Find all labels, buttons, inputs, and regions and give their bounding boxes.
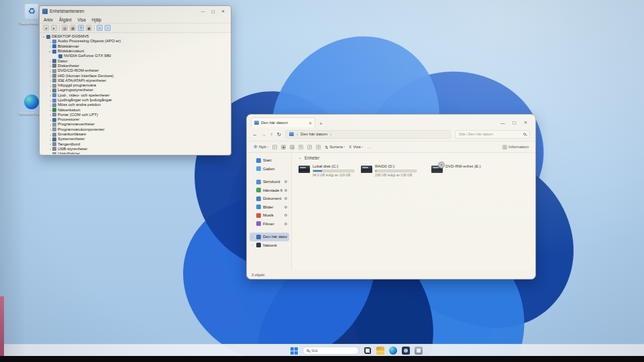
list-view-icon[interactable]: ▤ xyxy=(62,25,68,31)
back-icon[interactable]: ◂ xyxy=(43,25,49,31)
dm-tree-label: Utskriftsköer xyxy=(58,152,80,154)
search-icon xyxy=(523,133,526,135)
dm-tree-item[interactable]: ›Ljud-, video- och spelenheter xyxy=(40,93,230,98)
dm-tree-item[interactable]: ›Audio Processing Objects (APO:er) xyxy=(40,39,230,44)
dm-tree-label: Programvarukomponenter xyxy=(58,127,105,132)
dm-tree-item[interactable]: ›Diskenheter xyxy=(40,64,230,68)
fx-minimize-button[interactable]: — xyxy=(497,118,508,127)
details-pane-button[interactable]: ▥ Information xyxy=(502,145,529,149)
taskbar-search[interactable]: Sök xyxy=(303,347,359,355)
sidebar-item-musik[interactable]: Musik xyxy=(250,211,289,220)
dm-tree-item[interactable]: ›Systemenheter xyxy=(40,137,230,141)
sort-button[interactable]: ⇅ Sortera › xyxy=(325,145,345,149)
dm-minimize-button[interactable]: — xyxy=(198,7,208,15)
sidebar-item-start[interactable]: Start xyxy=(250,156,289,165)
back-icon[interactable]: ← xyxy=(252,131,258,137)
paste-icon[interactable]: ▤ xyxy=(290,145,294,149)
tree-expand-icon[interactable]: › xyxy=(42,35,46,39)
sidebar-item-dokument[interactable]: Dokument xyxy=(250,194,289,203)
search-input[interactable]: Sök i Den här datorn xyxy=(455,130,530,139)
app-button[interactable] xyxy=(415,347,423,355)
sidebar-item-filmer[interactable]: Filmer xyxy=(250,220,289,229)
drive-tile-raid0-d-[interactable]: RAID0 (D:)238 GB ledigt av 238 GB xyxy=(361,164,417,177)
properties-icon[interactable]: ▦ xyxy=(70,25,76,31)
dm-tree-item[interactable]: NVIDIA GeForce GTX 980 xyxy=(40,54,230,58)
sidebar-item-bilder[interactable]: Bilder xyxy=(250,203,289,212)
rename-icon[interactable]: ✎ xyxy=(299,145,303,149)
task-view-button[interactable] xyxy=(364,347,372,355)
computer-icon xyxy=(52,59,56,63)
devices-section-header[interactable]: › Enheter xyxy=(299,156,319,160)
drive-tile-dvd-rw-enhet-e-[interactable]: DVD-RW-enhet (E:) xyxy=(431,164,481,173)
breadcrumb[interactable]: › Den här datorn › xyxy=(285,130,451,139)
dm-tree-item[interactable]: ›DVD/CD-ROM-enheter xyxy=(40,68,230,73)
dm-tree-item[interactable]: ›Bildskärmskort xyxy=(40,49,230,54)
sidebar-item-hämtade-filer[interactable]: Hämtade filer xyxy=(250,186,289,195)
dm-menu-åtgärd[interactable]: Åtgärd xyxy=(59,17,72,22)
dm-tree-item[interactable]: ›Nätverkskort xyxy=(40,107,230,112)
dm-tree-item[interactable]: ›Utskriftsköer xyxy=(40,152,230,154)
scan-hardware-icon[interactable]: ▣ xyxy=(86,25,92,31)
dm-close-button[interactable]: ✕ xyxy=(218,7,228,15)
drive-tile-lokal-disk-c-[interactable]: Lokal disk (C:)94,0 GB ledigt av 119 GB xyxy=(299,164,354,177)
forward-icon[interactable]: ▸ xyxy=(51,25,57,31)
dm-tree-item[interactable]: ›Möss och andra pekdon xyxy=(40,103,230,107)
sidebar-item-nätverk[interactable]: ›Nätverk xyxy=(250,241,289,250)
dm-menu-arkiv[interactable]: Arkiv xyxy=(44,17,53,22)
new-tab-button[interactable]: + xyxy=(319,121,323,127)
computer-icon xyxy=(46,35,50,39)
view-button[interactable]: ≡ Visa › xyxy=(350,145,364,149)
device-icon[interactable]: ▫ xyxy=(105,25,111,31)
sidebar-item-label: Skrivbord xyxy=(263,180,282,184)
fx-maximize-button[interactable]: ▢ xyxy=(508,118,520,127)
dm-tree-item[interactable]: ›Tangentbord xyxy=(40,142,230,147)
tab-close-icon[interactable]: ✕ xyxy=(309,121,312,125)
dm-tree-item[interactable]: ›Dator xyxy=(40,58,230,63)
sidebar-item-galleri[interactable]: Galleri xyxy=(250,165,289,174)
dm-tree-item[interactable]: ›Programvaruenheter xyxy=(40,122,230,127)
copy-icon[interactable]: ▣ xyxy=(281,145,286,149)
camera-button[interactable] xyxy=(402,347,410,355)
dm-menu-visa[interactable]: Visa xyxy=(78,17,86,22)
tree-expand-icon[interactable]: › xyxy=(48,50,52,54)
dm-tree-item[interactable]: ›IDE ATA/ATAPI-styrenheter xyxy=(40,78,230,83)
more-button[interactable]: … xyxy=(367,145,371,149)
dm-tree-label: USB-styrenheter xyxy=(58,147,87,152)
dm-titlebar[interactable]: Enhetshanteraren — ▢ ✕ xyxy=(40,6,231,16)
dm-tree-item[interactable]: ›DESKTOP-DG5MV5 xyxy=(40,34,230,39)
delete-icon[interactable]: ✕ xyxy=(316,145,321,149)
dm-tree-item[interactable]: ›Ljudingångar och ljudutgångar xyxy=(40,98,230,103)
cut-icon[interactable]: ✂ xyxy=(272,145,277,149)
device-manager-icon xyxy=(42,9,48,14)
dm-menu-hjälp[interactable]: Hjälp xyxy=(92,17,101,22)
new-button[interactable]: ⊕ Nytt › xyxy=(254,144,268,149)
tab-this-pc[interactable]: Den här datorn ✕ xyxy=(251,117,315,127)
dm-maximize-button[interactable]: ▢ xyxy=(208,7,218,15)
hid-icon xyxy=(52,74,56,78)
start-button[interactable] xyxy=(290,347,298,355)
help-icon[interactable]: ? xyxy=(78,25,84,31)
dm-tree-item[interactable]: ›Bildskärmar xyxy=(40,44,230,49)
edge-button[interactable] xyxy=(389,347,397,355)
this-pc-icon xyxy=(256,235,261,239)
dm-tree-item[interactable]: ›Programvarukomponenter xyxy=(40,127,230,132)
refresh-icon[interactable]: ↻ xyxy=(277,131,281,137)
dm-tree-item[interactable]: ›Processorer xyxy=(40,117,230,122)
dm-tree-item[interactable]: ›Portar (COM och LPT) xyxy=(40,113,230,117)
disk-drive-icon xyxy=(52,64,56,68)
up-icon[interactable]: ↑ xyxy=(270,131,273,137)
dm-tree-item[interactable]: ›USB-styrenheter xyxy=(40,147,230,152)
pictures-folder-icon xyxy=(256,204,261,209)
fx-close-button[interactable]: ✕ xyxy=(520,118,531,127)
sidebar-item-den-här-datorn[interactable]: ›Den här datorn xyxy=(250,233,289,241)
dm-tree-item[interactable]: ›Inbyggd programvara xyxy=(40,83,230,88)
update-driver-icon[interactable]: ▪ xyxy=(97,25,103,31)
file-explorer-button[interactable] xyxy=(376,347,384,355)
breadcrumb-item[interactable]: Den här datorn xyxy=(301,132,327,136)
dm-tree-item[interactable]: ›Lagringsstyrenheter xyxy=(40,88,230,93)
dm-tree-item[interactable]: ›HID (Human Interface Devices) xyxy=(40,73,230,78)
forward-icon[interactable]: → xyxy=(262,131,267,137)
share-icon[interactable]: ↗ xyxy=(307,145,312,149)
dm-tree-item[interactable]: ›Smartkortläsare xyxy=(40,132,230,137)
sidebar-item-skrivbord[interactable]: Skrivbord xyxy=(250,178,289,186)
